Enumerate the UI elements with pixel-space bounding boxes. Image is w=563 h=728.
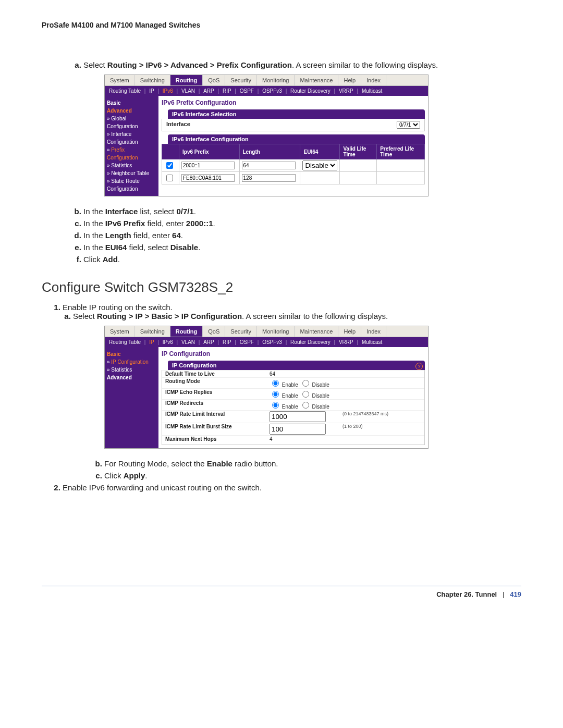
radio-disable[interactable] [302, 380, 309, 387]
subtab-multicast[interactable]: Multicast [362, 339, 382, 345]
eui64-select[interactable]: Disable [302, 161, 337, 170]
subtab-ip[interactable]: IP [149, 339, 154, 345]
col-header: Valid Life Time [340, 144, 377, 159]
numbered-steps-cont: For Routing Mode, select the Enable radi… [42, 459, 521, 480]
subtab-ospf[interactable]: OSPF [240, 339, 254, 345]
tab-qos[interactable]: QoS [203, 326, 225, 337]
config-input[interactable] [270, 424, 326, 435]
subtab-vrrp[interactable]: VRRP [339, 88, 353, 94]
subtab-multicast[interactable]: Multicast [362, 88, 382, 94]
subtab-arp[interactable]: ARP [203, 339, 214, 345]
tab-monitoring[interactable]: Monitoring [257, 326, 295, 337]
main-tabs: SystemSwitchingRoutingQoSSecurityMonitor… [105, 75, 428, 86]
config-row: Default Time to Live64 [162, 370, 424, 377]
tab-help[interactable]: Help [338, 75, 361, 85]
tab-maintenance[interactable]: Maintenance [295, 326, 338, 337]
subtab-vlan[interactable]: VLAN [181, 339, 195, 345]
length-input[interactable] [242, 162, 296, 169]
step-1a: Select Routing > IP > Basic > IP Configu… [73, 312, 521, 320]
config-row: Maximum Next Hops4 [162, 435, 424, 442]
config-value: 4 [270, 436, 342, 442]
section-heading: Configure Switch GSM7328S_2 [42, 279, 521, 295]
nav-item[interactable]: Neighbour Table [107, 169, 156, 177]
subtab-routing-table[interactable]: Routing Table [109, 88, 141, 94]
subtab-routing-table[interactable]: Routing Table [109, 339, 141, 345]
step-2: Enable IPv6 forwarding and unicast routi… [63, 483, 521, 492]
help-icon[interactable]: ? [415, 363, 423, 370]
subtab-router-discovery[interactable]: Router Discovery [290, 88, 331, 94]
config-label: ICMP Echo Replies [165, 389, 270, 399]
subtab-arp[interactable]: ARP [203, 88, 214, 94]
tab-qos[interactable]: QoS [203, 75, 225, 85]
tab-monitoring[interactable]: Monitoring [257, 75, 295, 85]
nav-item[interactable]: Statistics [107, 366, 156, 374]
step-a: Select Routing > IPv6 > Advanced > Prefi… [83, 60, 521, 69]
config-input[interactable] [270, 411, 326, 422]
chapter-label: Chapter 26. Tunnel [436, 590, 497, 598]
tab-security[interactable]: Security [225, 326, 257, 337]
nav-item[interactable]: Interface Configuration [107, 130, 156, 146]
config-label: Maximum Next Hops [165, 436, 270, 442]
config-row: ICMP Rate Limit Burst Size(1 to 200) [162, 423, 424, 435]
nav-item[interactable]: Prefix Configuration [107, 146, 156, 162]
nav-basic[interactable]: Basic [107, 350, 156, 358]
subtab-vlan[interactable]: VLAN [181, 88, 195, 94]
radio-enable[interactable] [272, 380, 279, 387]
table-row: Disable [162, 159, 425, 172]
steps-list-b: In the Interface list, select 0/7/1. In … [63, 207, 521, 264]
tab-system[interactable]: System [105, 75, 135, 85]
side-nav: BasicAdvancedGlobal ConfigurationInterfa… [105, 96, 158, 196]
subtab-vrrp[interactable]: VRRP [339, 339, 353, 345]
nav-advanced[interactable]: Advanced [107, 107, 156, 115]
nav-item[interactable]: Statistics [107, 162, 156, 169]
config-row: Routing Mode Enable Disable [162, 377, 424, 388]
interface-select[interactable]: 0/7/1 [397, 121, 420, 129]
tab-index[interactable]: Index [361, 75, 386, 85]
subtab-ipv6[interactable]: IPv6 [163, 339, 173, 345]
ipv6-prefix-input[interactable] [181, 162, 235, 169]
row-checkbox[interactable] [166, 162, 173, 169]
radio-enable[interactable] [272, 402, 279, 409]
tab-system[interactable]: System [105, 326, 135, 337]
config-label: Default Time to Live [165, 371, 270, 377]
sub-tabs: Routing Table | IP | IPv6 | VLAN | ARP |… [105, 86, 428, 96]
prefix-table: Ipv6 PrefixLengthEUI64Valid Life TimePre… [162, 144, 425, 184]
tab-help[interactable]: Help [338, 326, 361, 337]
length-input[interactable] [242, 174, 296, 182]
tab-routing[interactable]: Routing [170, 75, 203, 85]
radio-disable[interactable] [302, 402, 309, 409]
nav-item[interactable]: Global Configuration [107, 115, 156, 130]
page-title: IP Configuration [162, 350, 425, 357]
tab-switching[interactable]: Switching [135, 326, 170, 337]
step-1c: Click Apply. [104, 471, 521, 480]
subtab-rip[interactable]: RIP [223, 88, 231, 94]
row-checkbox[interactable] [166, 175, 173, 181]
ipv6-prefix-input[interactable] [181, 174, 235, 182]
subtab-ospf[interactable]: OSPF [240, 88, 254, 94]
radio-disable[interactable] [302, 391, 309, 398]
config-row: ICMP Rate Limit Interval(0 to 2147483647… [162, 410, 424, 423]
config-hint: (1 to 200) [342, 424, 363, 435]
doc-header: ProSafe M4100 and M7100 Managed Switches [42, 21, 521, 29]
tab-routing[interactable]: Routing [170, 326, 203, 337]
interface-config-title: IPv6 Interface Configuration [168, 134, 425, 144]
subtab-rip[interactable]: RIP [223, 339, 231, 345]
tab-index[interactable]: Index [361, 326, 386, 337]
config-row: ICMP Redirects Enable Disable [162, 399, 424, 410]
subtab-router-discovery[interactable]: Router Discovery [290, 339, 331, 345]
subtab-ip[interactable]: IP [149, 88, 154, 94]
ip-config-bar: IP Configuration [168, 361, 425, 370]
nav-item[interactable]: IP Configuration [107, 358, 156, 366]
radio-enable[interactable] [272, 391, 279, 398]
nav-basic[interactable]: Basic [107, 99, 156, 107]
nav-advanced[interactable]: Advanced [107, 374, 156, 381]
subtab-ospfv3[interactable]: OSPFv3 [262, 339, 282, 345]
subtab-ipv6[interactable]: IPv6 [163, 88, 173, 94]
nav-item[interactable]: Static Route Configuration [107, 177, 156, 193]
tab-switching[interactable]: Switching [135, 75, 170, 85]
subtab-ospfv3[interactable]: OSPFv3 [262, 88, 282, 94]
tab-security[interactable]: Security [225, 75, 257, 85]
config-label: ICMP Rate Limit Burst Size [165, 424, 270, 435]
tab-maintenance[interactable]: Maintenance [295, 75, 338, 85]
sub-tabs: Routing Table | IP | IPv6 | VLAN | ARP |… [105, 337, 428, 347]
